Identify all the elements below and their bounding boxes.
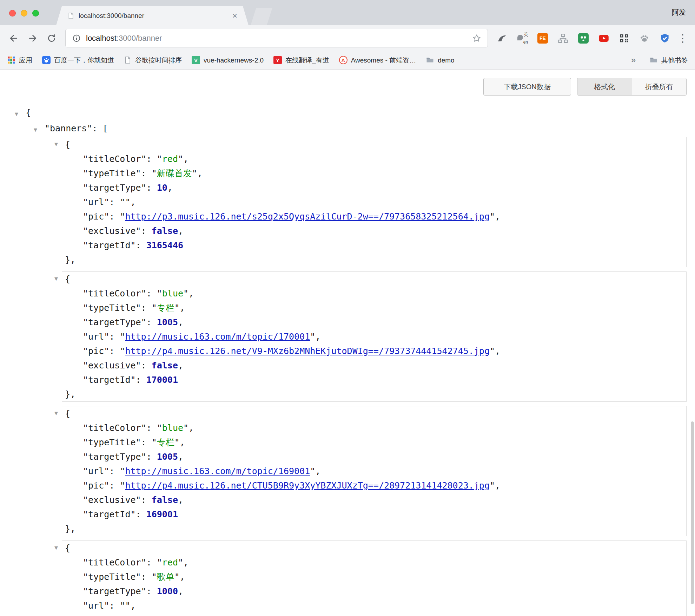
bookmark-item[interactable]: 谷歌按时间排序 [124,56,182,64]
json-text: " [120,466,125,476]
collapse-toggle-icon[interactable]: ▼ [54,271,62,286]
url-text: localhost:3000/banner [86,34,468,43]
tab-close-icon[interactable]: × [232,12,237,20]
page-info-icon[interactable] [72,34,81,43]
page-scrollbar[interactable] [691,421,694,604]
json-line: "typeTitle": "新碟首发", [62,166,686,181]
bookmark-item[interactable]: demo [426,56,455,64]
json-line: "targetId": 169001 [62,507,686,522]
json-text: , [178,586,183,596]
json-line: { [62,406,686,421]
json-text: : [109,332,120,342]
back-button[interactable] [4,29,23,48]
bookmark-item[interactable]: 应用 [7,56,32,64]
json-line: { [62,137,686,152]
collapse-toggle-icon[interactable]: ▼ [54,406,62,420]
json-boolean-value: false [152,495,178,505]
browser-tab[interactable]: localhost:3000/banner × [56,6,249,25]
json-url-link[interactable]: http://music.163.com/m/topic/169001 [125,466,310,476]
json-text: : [ [92,123,108,133]
awesomes-icon: A [339,56,348,64]
bookmark-item[interactable]: 百度一下，你就知道 [42,56,114,64]
json-key: "titleColor" [83,557,146,568]
collapse-toggle-icon[interactable]: ▼ [54,540,62,555]
bookmarks-overflow-chevron[interactable]: » [626,55,641,65]
translate-icon-text: en [523,40,528,44]
blue-shield-icon[interactable] [658,32,671,45]
icon-letter: FE [540,35,546,41]
json-text: " [178,557,183,568]
address-bar[interactable]: localhost:3000/banner [65,29,488,47]
json-key: "targetType" [83,452,146,462]
green-shield-icon[interactable] [577,32,590,45]
json-number-value: 10 [157,183,167,193]
json-line: "targetType": 1000, [62,584,686,598]
fe-icon[interactable]: FE [536,32,549,45]
collapse-toggle-icon[interactable]: ▼ [15,107,20,121]
json-url-link[interactable]: http://p3.music.126.net/s25q2x5QyqsAzilC… [125,211,490,222]
qr-code-icon[interactable] [618,32,630,45]
json-text: , [130,601,135,611]
json-number-value: 169001 [146,509,178,519]
forward-button[interactable] [23,29,42,48]
youtube-icon[interactable] [597,32,610,45]
json-text: : [141,572,152,582]
collapse-toggle-icon[interactable]: ▼ [34,123,39,137]
bookmark-item[interactable]: Y在线翻译_有道 [273,56,329,64]
extensions-row: 英enFE [492,32,675,45]
json-url-link[interactable]: http://p4.music.126.net/V9-MXz6b2MNhEKju… [125,346,490,356]
reload-button[interactable] [42,29,61,48]
json-number-value: 1005 [157,452,178,462]
json-text: : [136,375,146,385]
browser-menu-icon[interactable]: ⋮ [675,29,691,48]
json-text: " [310,466,315,476]
json-key: "titleColor" [83,288,146,299]
format-button[interactable]: 格式化 [577,78,632,95]
json-text: "" [120,197,130,207]
json-text: : [146,586,157,596]
json-text: : [146,288,157,299]
json-line: ▼"banners": [ [0,121,695,137]
json-text: : [146,154,157,164]
json-line: "pic": "http://p4.music.126.net/V9-MXz6b… [62,344,686,358]
document-icon [124,56,132,64]
json-line: "targetType": 1005, [62,315,686,329]
bookmark-star-icon[interactable] [472,34,481,43]
profile-name[interactable]: 阿发 [672,8,686,17]
minimize-window-button[interactable] [21,10,27,17]
baidu-paw-icon [42,56,51,64]
json-text: , [180,437,185,447]
json-url-link[interactable]: http://music.163.com/m/topic/170001 [125,332,310,342]
json-line: "url": "", [62,598,686,613]
tab-title: localhost:3000/banner [79,12,229,20]
json-text: , [315,466,320,476]
json-key: "targetType" [83,183,146,193]
translate-icon[interactable]: 英en [516,32,529,45]
bookmark-item[interactable]: AAwesomes - 前端资… [339,56,416,64]
collapse-all-button[interactable]: 折叠所有 [632,78,687,95]
json-object-box: {"titleColor": "blue","typeTitle": "专栏",… [62,406,687,536]
download-json-button[interactable]: 下载JSON数据 [483,78,571,96]
new-tab-button[interactable] [251,8,272,25]
paw-icon[interactable] [638,32,651,45]
url-host: localhost [86,34,117,42]
bookmark-item[interactable]: Vvue-hackernews-2.0 [192,56,264,64]
collapse-toggle-icon[interactable]: ▼ [54,137,62,151]
json-text: "" [120,601,130,611]
json-text: }, [65,524,75,534]
bird-icon[interactable] [496,32,508,45]
other-bookmarks[interactable]: 其他书签 [649,56,688,64]
org-chart-icon[interactable] [557,32,569,45]
json-line: "typeTitle": "专栏", [62,301,686,315]
json-url-link[interactable]: http://p4.music.126.net/CTU5B9R9y3XyYBZX… [125,480,490,491]
browser-window: localhost:3000/banner × 阿发 localhost:300… [0,0,695,616]
close-window-button[interactable] [9,10,16,17]
json-key: "url" [83,197,109,207]
tab-strip: localhost:3000/banner × 阿发 [0,0,695,25]
json-line: "url": "http://music.163.com/m/topic/169… [62,464,686,478]
zoom-window-button[interactable] [32,10,39,17]
json-string-value: 专栏 [157,437,174,447]
json-text: , [495,480,500,491]
json-line: "targetId": 170001 [62,373,686,387]
json-text: , [178,317,183,327]
